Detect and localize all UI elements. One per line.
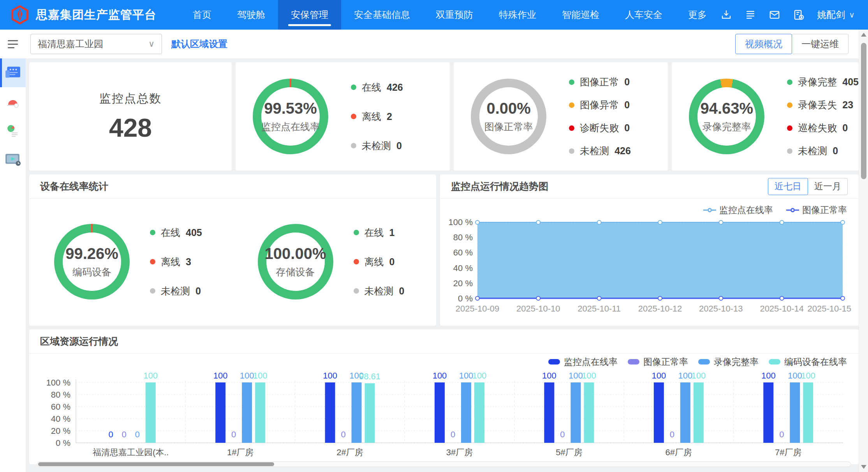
trend-legend-item: 图像正常率 [786, 204, 847, 216]
collapse-menu-icon[interactable] [0, 40, 26, 48]
nav-item-dual-prevention[interactable]: 双重预防 [423, 0, 486, 30]
legend-dot [354, 259, 359, 264]
legend-value: 0 [842, 122, 848, 134]
svg-text:98.61: 98.61 [359, 372, 380, 381]
legend-value: 426 [387, 82, 403, 93]
range-last-month-button[interactable]: 近一月 [808, 178, 848, 195]
svg-text:100: 100 [761, 371, 776, 380]
legend-name: 离线 [362, 110, 381, 123]
panel-title: 区域资源运行情况 [40, 335, 118, 348]
svg-text:2025-10-15: 2025-10-15 [807, 304, 851, 313]
donut-label: 图像正常率 [484, 120, 533, 133]
mail-icon[interactable] [769, 9, 780, 21]
legend-name: 在线 [362, 81, 381, 94]
legend-dot [569, 79, 574, 85]
legend-dot [351, 85, 356, 90]
monitor-online-rate-donut: 99.53% 监控点在线率 [253, 79, 328, 154]
svg-text:40 %: 40 % [453, 263, 473, 273]
legend-swatch [628, 359, 639, 365]
svg-text:60 %: 60 % [51, 402, 70, 412]
trend-legend-label: 图像正常率 [802, 204, 847, 216]
nav-item-more[interactable]: 更多 [675, 0, 720, 30]
video-overview-button[interactable]: 视频概况 [735, 34, 792, 54]
legend-item: 未检测 426 [569, 144, 631, 157]
nav-item-home[interactable]: 首页 [180, 0, 224, 30]
scroll-up-arrow[interactable] [861, 33, 866, 37]
nav-item-smart-patrol[interactable]: 智能巡检 [549, 0, 612, 30]
donut-legend: 在线 426 离线 2 未检测 0 [351, 81, 403, 152]
bar-legend-item: 录像完整率 [698, 356, 759, 368]
legend-item: 未检测 0 [351, 139, 403, 152]
chevron-down-icon: ∨ [849, 10, 855, 19]
svg-text:2025-10-10: 2025-10-10 [516, 304, 560, 313]
svg-text:0: 0 [560, 430, 565, 439]
sidebar-item-alarm[interactable] [0, 87, 26, 116]
nav-actions: 姚配剑 ∨ [720, 0, 855, 30]
range-toggle: 近七日 近一月 [768, 178, 848, 195]
legend-swatch [769, 359, 780, 365]
legend-name: 图像异常 [580, 99, 619, 111]
legend-name: 巡检失败 [798, 122, 837, 134]
image-normal-rate-card: 0.00% 图像正常率 图像正常 0 图像异常 0 [454, 62, 668, 171]
svg-text:6#厂房: 6#厂房 [666, 447, 692, 457]
svg-text:2#厂房: 2#厂房 [336, 447, 363, 457]
download-icon[interactable] [720, 9, 732, 21]
donut-label: 存储设备 [276, 266, 315, 278]
legend-value: 0 [195, 285, 201, 297]
bar-legend: 监控点在线率 图像正常率 录像完整率 编码设备在线率 [29, 354, 859, 367]
monitor-trend-panel: 监控点运行情况趋势图 近七日 近一月 监控点在线率 图像正常率 [440, 174, 859, 326]
sidebar-item-video-wall[interactable] [0, 58, 26, 87]
sidebar-item-video-playback[interactable] [0, 145, 26, 174]
svg-text:0: 0 [670, 430, 674, 439]
region-select[interactable]: 福清思嘉工业园 ∨ [30, 34, 162, 54]
svg-text:100: 100 [459, 371, 474, 380]
svg-text:20 %: 20 % [453, 278, 473, 288]
svg-text:100: 100 [253, 371, 268, 380]
donut-percent: 94.63% [700, 100, 753, 117]
total-monitor-points-card: 监控点总数 428 [29, 62, 232, 171]
schedule-icon[interactable] [793, 9, 805, 21]
legend-value: 23 [842, 99, 853, 111]
nav-item-cockpit[interactable]: 驾驶舱 [224, 0, 278, 30]
legend-dot [351, 143, 356, 148]
legend-dot [787, 102, 792, 108]
svg-text:0: 0 [135, 430, 140, 439]
toolbar: 福清思嘉工业园 ∨ 默认区域设置 视频概况 一键运维 [0, 30, 859, 58]
menu-lines-icon[interactable] [745, 9, 756, 21]
nav-item-people-vehicle[interactable]: 人车安全 [612, 0, 675, 30]
sidebar-item-report[interactable] [0, 116, 26, 145]
legend-item: 离线 3 [150, 255, 202, 268]
vertical-scroll-thumb[interactable] [861, 43, 866, 179]
nav-item-special-ops[interactable]: 特殊作业 [486, 0, 549, 30]
app-title: 思嘉集团生产监管平台 [36, 7, 157, 23]
nav-item-safety-info[interactable]: 安全基础信息 [341, 0, 423, 30]
donut-legend: 在线 1 离线 0 未检测 0 [354, 226, 405, 298]
trend-legend-item: 监控点在线率 [703, 204, 773, 216]
svg-text:100: 100 [691, 371, 706, 380]
total-card-title: 监控点总数 [99, 91, 162, 107]
range-last-7-days-button[interactable]: 近七日 [768, 178, 808, 195]
legend-item: 未检测 0 [787, 144, 859, 157]
user-menu[interactable]: 姚配剑 ∨ [817, 9, 855, 21]
brand: 思嘉集团生产监管平台 [10, 5, 157, 25]
bar-legend-label: 图像正常率 [643, 356, 688, 368]
nav-item-security[interactable]: 安保管理 [278, 0, 341, 30]
horizontal-scroll-thumb[interactable] [38, 462, 274, 466]
trend-legend: 监控点在线率 图像正常率 [440, 199, 859, 216]
default-region-settings-link[interactable]: 默认区域设置 [171, 38, 227, 50]
legend-item: 录像丢失 23 [787, 99, 859, 111]
svg-text:0 %: 0 % [458, 294, 473, 303]
legend-dot [787, 148, 792, 154]
svg-text:100: 100 [213, 371, 228, 380]
svg-text:2025-10-12: 2025-10-12 [638, 304, 682, 313]
legend-name: 录像丢失 [798, 99, 837, 111]
scroll-down-arrow[interactable] [861, 465, 866, 469]
bar-legend-item: 编码设备在线率 [769, 356, 847, 368]
legend-dot [569, 125, 574, 131]
one-key-ops-button[interactable]: 一键运维 [792, 34, 849, 54]
svg-text:2025-10-11: 2025-10-11 [577, 304, 621, 313]
donut-label: 监控点在线率 [261, 120, 320, 133]
svg-text:100: 100 [569, 371, 583, 380]
brand-logo-icon [10, 5, 30, 25]
user-name: 姚配剑 [817, 9, 845, 21]
